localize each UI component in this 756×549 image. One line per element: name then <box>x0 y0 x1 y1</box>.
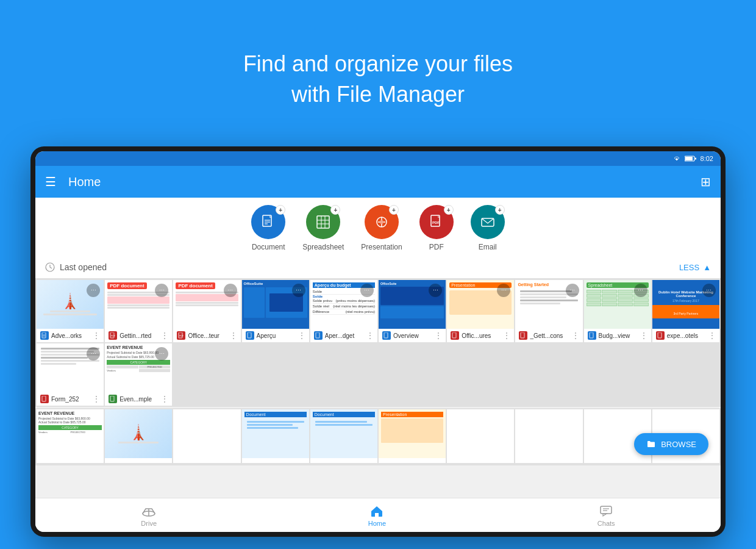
file-more-overlay[interactable]: ⋯ <box>87 284 100 297</box>
svg-rect-22 <box>42 332 46 338</box>
create-spreadsheet-button[interactable]: + Spreadsheet <box>302 205 344 251</box>
list-item[interactable]: Document <box>310 409 377 463</box>
file-thumbnail: 🗼 ⋯ <box>37 280 104 329</box>
headline-line1: Find and organize your files <box>243 51 513 76</box>
list-item[interactable]: 🗼 ⋯ Adve...orks ⋮ <box>37 280 104 342</box>
file-options-button[interactable]: ⋮ <box>572 331 579 340</box>
less-label: LESS <box>679 263 699 272</box>
list-item[interactable]: OfficeSuite ⋯ <box>242 280 309 342</box>
file-more-overlay[interactable]: ⋯ <box>702 284 716 297</box>
file-type-icon <box>314 331 323 340</box>
file-thumbnail: EVENT REVENUE Projected Subtotal to Date… <box>105 343 172 392</box>
nav-chats[interactable]: Chats <box>579 504 633 527</box>
file-name: Aperçu <box>257 332 296 339</box>
app-title: Home <box>68 175 701 189</box>
list-item[interactable]: PDF document ⋯ <box>105 280 172 342</box>
file-more-overlay[interactable]: ⋯ <box>634 284 647 297</box>
svg-rect-35 <box>658 332 661 338</box>
file-options-button[interactable]: ⋮ <box>93 395 100 403</box>
svg-rect-36 <box>42 396 46 401</box>
file-type-icon <box>656 331 665 340</box>
file-options-button[interactable]: ⋮ <box>93 331 100 340</box>
browse-button[interactable]: BROWSE <box>634 433 708 455</box>
create-email-button[interactable]: + Email <box>471 205 505 251</box>
list-item[interactable]: Presentation ⋯ Offic...ures ⋮ <box>447 280 514 342</box>
drive-icon <box>141 504 156 518</box>
file-more-overlay[interactable]: ⋯ <box>566 284 579 297</box>
list-item[interactable]: Getting Started ⋯ <box>515 280 582 342</box>
file-options-button[interactable]: ⋮ <box>708 331 716 340</box>
less-button[interactable]: LESS ▲ <box>679 263 711 272</box>
document-icon-wrap: + <box>251 205 285 239</box>
svg-rect-37 <box>110 396 114 401</box>
file-more-overlay[interactable]: ⋯ <box>360 284 374 297</box>
file-thumbnail: 🗼 <box>105 409 172 458</box>
bottom-nav: Drive Home Chats <box>35 498 721 532</box>
svg-rect-29 <box>248 332 251 338</box>
file-name: _Gett...cons <box>530 332 569 339</box>
file-type-icon <box>588 331 596 340</box>
email-icon-wrap: + <box>471 205 505 239</box>
tablet-frame: 8:02 ☰ Home ⊞ <box>30 146 726 537</box>
spreadsheet-icon-wrap: + <box>306 205 340 239</box>
file-type-icon <box>519 331 527 340</box>
list-item[interactable]: EVENT REVENUE Projected Subtotal to Date… <box>105 343 172 406</box>
file-options-button[interactable]: ⋮ <box>161 395 168 403</box>
menu-icon[interactable]: ☰ <box>45 174 56 189</box>
file-more-overlay[interactable]: ⋯ <box>224 284 237 297</box>
email-label: Email <box>479 243 497 251</box>
history-icon <box>45 262 55 272</box>
file-options-button[interactable]: ⋮ <box>366 331 374 340</box>
file-thumbnail: EVENT REVENUE Projected Subtotal to Date… <box>37 409 104 458</box>
create-document-button[interactable]: + Document <box>251 205 285 251</box>
create-presentation-button[interactable]: + Presentation <box>361 205 402 251</box>
file-thumbnail: OfficeSuite ⋯ <box>242 280 309 329</box>
list-item[interactable]: OfficeSuite ⋯ Overview ⋮ <box>379 280 446 342</box>
list-item[interactable]: PDF document ⋯ PDF <box>173 280 240 342</box>
battery-icon <box>685 156 697 162</box>
nav-drive[interactable]: Drive <box>123 504 175 527</box>
document-icon <box>260 214 277 231</box>
list-item[interactable]: Document <box>242 409 309 463</box>
file-thumbnail: PDF document ⋯ <box>105 280 172 329</box>
svg-rect-33 <box>521 332 524 338</box>
file-options-button[interactable]: ⋮ <box>161 331 168 340</box>
wifi-icon <box>672 156 681 162</box>
list-item[interactable]: ⋯ Form_252 ⋮ <box>37 343 104 406</box>
list-item[interactable]: 🗼 <box>105 409 172 463</box>
list-item[interactable]: Aperçu du budget Solde Solde Solde prévu… <box>310 280 377 342</box>
list-item[interactable]: Spreadsheet ⋯ <box>584 280 651 342</box>
list-item[interactable]: Dublin Hotel Website Marketing Conferenc… <box>652 280 719 342</box>
create-pdf-button[interactable]: PDF + PDF <box>419 205 454 251</box>
content-area: Last opened LESS ▲ 🗼 <box>35 256 721 498</box>
folder-icon <box>646 439 656 449</box>
list-item[interactable]: Presentation <box>379 409 446 463</box>
email-icon <box>479 214 496 231</box>
grid-view-icon[interactable]: ⊞ <box>701 174 711 189</box>
list-item <box>447 409 514 463</box>
file-options-button[interactable]: ⋮ <box>640 331 647 340</box>
file-options-button[interactable]: ⋮ <box>230 331 237 340</box>
file-thumbnail <box>173 409 240 458</box>
file-thumbnail: Aperçu du budget Solde Solde Solde prévu… <box>310 280 377 329</box>
file-options-button[interactable]: ⋮ <box>435 331 442 340</box>
file-more-overlay[interactable]: ⋯ <box>292 284 305 297</box>
section-header-left: Last opened <box>45 262 107 272</box>
file-thumbnail: Spreadsheet ⋯ <box>584 280 651 329</box>
svg-rect-2 <box>695 158 696 160</box>
spreadsheet-icon <box>315 214 332 231</box>
list-item <box>515 409 582 463</box>
chevron-up-icon: ▲ <box>703 263 711 272</box>
presentation-icon-wrap: + <box>365 205 399 239</box>
status-bar: 8:02 <box>35 151 721 166</box>
pdf-label: PDF <box>429 243 444 251</box>
file-name: Form_252 <box>51 396 90 403</box>
list-item[interactable]: EVENT REVENUE Projected Subtotal to Date… <box>37 409 104 463</box>
nav-home[interactable]: Home <box>350 504 404 527</box>
file-options-button[interactable]: ⋮ <box>298 331 305 340</box>
file-options-button[interactable]: ⋮ <box>503 331 510 340</box>
section-header-label: Last opened <box>60 262 107 272</box>
file-thumbnail: Presentation ⋯ <box>447 280 514 329</box>
list-item[interactable] <box>173 409 240 463</box>
file-name: Office...teur <box>188 332 227 339</box>
